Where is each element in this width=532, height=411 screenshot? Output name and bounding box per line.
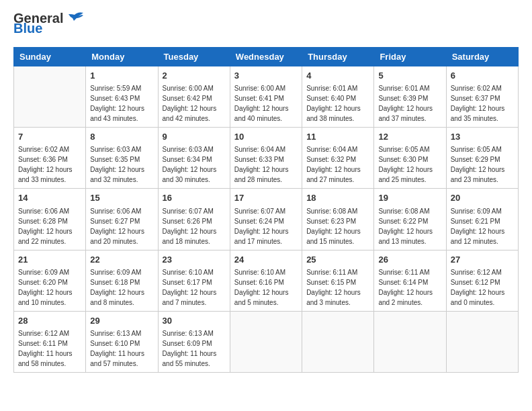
day-number: 28 <box>18 315 81 327</box>
day-info: Sunrise: 6:07 AM Sunset: 6:24 PM Dayligh… <box>234 206 298 246</box>
day-info: Sunrise: 6:04 AM Sunset: 6:32 PM Dayligh… <box>306 144 369 185</box>
day-number: 7 <box>18 131 81 143</box>
day-number: 21 <box>18 254 81 266</box>
calendar-cell: 21Sunrise: 6:09 AM Sunset: 6:20 PM Dayli… <box>14 250 86 311</box>
day-number: 9 <box>163 131 226 143</box>
calendar-cell: 9Sunrise: 6:03 AM Sunset: 6:34 PM Daylig… <box>158 128 230 189</box>
calendar-header-row: SundayMondayTuesdayWednesdayThursdayFrid… <box>14 48 519 66</box>
day-info: Sunrise: 6:13 AM Sunset: 6:10 PM Dayligh… <box>90 328 153 369</box>
calendar-cell: 26Sunrise: 6:11 AM Sunset: 6:14 PM Dayli… <box>374 250 446 311</box>
calendar-day-header: Saturday <box>446 48 518 66</box>
day-info: Sunrise: 6:09 AM Sunset: 6:20 PM Dayligh… <box>18 267 81 308</box>
calendar-cell: 28Sunrise: 6:12 AM Sunset: 6:11 PM Dayli… <box>14 311 86 372</box>
logo-blue: Blue <box>13 21 42 36</box>
calendar-cell: 13Sunrise: 6:05 AM Sunset: 6:29 PM Dayli… <box>446 128 518 189</box>
day-number: 12 <box>378 131 441 143</box>
day-info: Sunrise: 6:06 AM Sunset: 6:28 PM Dayligh… <box>18 206 81 246</box>
day-number: 30 <box>163 315 226 327</box>
day-info: Sunrise: 6:03 AM Sunset: 6:35 PM Dayligh… <box>90 144 153 185</box>
day-number: 22 <box>90 254 153 266</box>
day-info: Sunrise: 6:06 AM Sunset: 6:27 PM Dayligh… <box>90 206 153 246</box>
day-number: 3 <box>234 70 298 82</box>
page-header: General Blue General Blue <box>13 13 519 36</box>
day-info: Sunrise: 6:12 AM Sunset: 6:11 PM Dayligh… <box>18 328 81 369</box>
day-info: Sunrise: 6:08 AM Sunset: 6:22 PM Dayligh… <box>378 206 441 246</box>
day-number: 1 <box>90 70 153 82</box>
calendar-cell: 27Sunrise: 6:12 AM Sunset: 6:12 PM Dayli… <box>446 250 518 311</box>
day-info: Sunrise: 6:01 AM Sunset: 6:39 PM Dayligh… <box>378 83 441 124</box>
calendar-cell: 16Sunrise: 6:07 AM Sunset: 6:26 PM Dayli… <box>158 189 230 250</box>
calendar-cell: 7Sunrise: 6:02 AM Sunset: 6:36 PM Daylig… <box>14 128 86 189</box>
day-number: 5 <box>378 70 441 82</box>
day-info: Sunrise: 6:07 AM Sunset: 6:26 PM Dayligh… <box>163 206 226 246</box>
day-info: Sunrise: 6:04 AM Sunset: 6:33 PM Dayligh… <box>234 144 298 185</box>
calendar-week-row: 1Sunrise: 5:59 AM Sunset: 6:43 PM Daylig… <box>14 66 519 128</box>
day-info: Sunrise: 6:09 AM Sunset: 6:18 PM Dayligh… <box>90 267 153 308</box>
day-number: 26 <box>378 254 441 266</box>
calendar-cell: 3Sunrise: 6:00 AM Sunset: 6:41 PM Daylig… <box>230 66 302 128</box>
day-number: 14 <box>18 192 81 204</box>
day-info: Sunrise: 6:10 AM Sunset: 6:16 PM Dayligh… <box>234 267 298 308</box>
day-number: 24 <box>234 254 298 266</box>
calendar-cell: 20Sunrise: 6:09 AM Sunset: 6:21 PM Dayli… <box>446 189 518 250</box>
day-number: 13 <box>451 131 514 143</box>
calendar-day-header: Tuesday <box>158 48 230 66</box>
day-number: 29 <box>90 315 153 327</box>
day-number: 4 <box>306 70 369 82</box>
calendar-cell: 18Sunrise: 6:08 AM Sunset: 6:23 PM Dayli… <box>302 189 374 250</box>
day-info: Sunrise: 6:02 AM Sunset: 6:36 PM Dayligh… <box>18 144 81 185</box>
calendar-cell: 1Sunrise: 5:59 AM Sunset: 6:43 PM Daylig… <box>86 66 158 128</box>
day-info: Sunrise: 6:11 AM Sunset: 6:14 PM Dayligh… <box>378 267 441 308</box>
calendar-cell <box>230 311 302 372</box>
day-info: Sunrise: 6:02 AM Sunset: 6:37 PM Dayligh… <box>451 83 514 124</box>
day-number: 19 <box>378 192 441 204</box>
day-info: Sunrise: 6:10 AM Sunset: 6:17 PM Dayligh… <box>163 267 226 308</box>
calendar-cell: 17Sunrise: 6:07 AM Sunset: 6:24 PM Dayli… <box>230 189 302 250</box>
day-number: 2 <box>163 70 226 82</box>
day-number: 8 <box>90 131 153 143</box>
day-info: Sunrise: 6:00 AM Sunset: 6:41 PM Dayligh… <box>234 83 298 124</box>
calendar-week-row: 14Sunrise: 6:06 AM Sunset: 6:28 PM Dayli… <box>14 189 519 250</box>
day-number: 11 <box>306 131 369 143</box>
calendar-cell: 8Sunrise: 6:03 AM Sunset: 6:35 PM Daylig… <box>86 128 158 189</box>
calendar-day-header: Monday <box>86 48 158 66</box>
calendar-week-row: 28Sunrise: 6:12 AM Sunset: 6:11 PM Dayli… <box>14 311 519 372</box>
calendar-cell: 30Sunrise: 6:13 AM Sunset: 6:09 PM Dayli… <box>158 311 230 372</box>
day-number: 20 <box>451 192 514 204</box>
day-number: 25 <box>306 254 369 266</box>
day-info: Sunrise: 6:05 AM Sunset: 6:29 PM Dayligh… <box>451 144 514 185</box>
day-info: Sunrise: 6:13 AM Sunset: 6:09 PM Dayligh… <box>163 328 226 369</box>
day-number: 23 <box>163 254 226 266</box>
calendar-cell: 25Sunrise: 6:11 AM Sunset: 6:15 PM Dayli… <box>302 250 374 311</box>
calendar-cell: 24Sunrise: 6:10 AM Sunset: 6:16 PM Dayli… <box>230 250 302 311</box>
calendar-week-row: 7Sunrise: 6:02 AM Sunset: 6:36 PM Daylig… <box>14 128 519 189</box>
day-info: Sunrise: 6:03 AM Sunset: 6:34 PM Dayligh… <box>163 144 226 185</box>
day-info: Sunrise: 6:09 AM Sunset: 6:21 PM Dayligh… <box>451 206 514 246</box>
calendar-cell: 29Sunrise: 6:13 AM Sunset: 6:10 PM Dayli… <box>86 311 158 372</box>
logo-bird-icon <box>64 11 85 26</box>
day-info: Sunrise: 5:59 AM Sunset: 6:43 PM Dayligh… <box>90 83 153 124</box>
calendar-day-header: Wednesday <box>230 48 302 66</box>
calendar-cell: 14Sunrise: 6:06 AM Sunset: 6:28 PM Dayli… <box>14 189 86 250</box>
logo: General Blue General Blue <box>13 13 85 36</box>
day-number: 17 <box>234 192 298 204</box>
calendar-cell: 23Sunrise: 6:10 AM Sunset: 6:17 PM Dayli… <box>158 250 230 311</box>
calendar-cell: 12Sunrise: 6:05 AM Sunset: 6:30 PM Dayli… <box>374 128 446 189</box>
calendar-cell: 11Sunrise: 6:04 AM Sunset: 6:32 PM Dayli… <box>302 128 374 189</box>
day-number: 16 <box>163 192 226 204</box>
calendar-cell <box>374 311 446 372</box>
day-info: Sunrise: 6:08 AM Sunset: 6:23 PM Dayligh… <box>306 206 369 246</box>
day-info: Sunrise: 6:05 AM Sunset: 6:30 PM Dayligh… <box>378 144 441 185</box>
calendar-week-row: 21Sunrise: 6:09 AM Sunset: 6:20 PM Dayli… <box>14 250 519 311</box>
day-info: Sunrise: 6:00 AM Sunset: 6:42 PM Dayligh… <box>163 83 226 124</box>
calendar-cell: 22Sunrise: 6:09 AM Sunset: 6:18 PM Dayli… <box>86 250 158 311</box>
day-number: 6 <box>451 70 514 82</box>
calendar-cell: 4Sunrise: 6:01 AM Sunset: 6:40 PM Daylig… <box>302 66 374 128</box>
day-info: Sunrise: 6:12 AM Sunset: 6:12 PM Dayligh… <box>451 267 514 308</box>
day-info: Sunrise: 6:01 AM Sunset: 6:40 PM Dayligh… <box>306 83 369 124</box>
calendar-cell <box>446 311 518 372</box>
day-number: 27 <box>451 254 514 266</box>
calendar-cell: 2Sunrise: 6:00 AM Sunset: 6:42 PM Daylig… <box>158 66 230 128</box>
day-number: 15 <box>90 192 153 204</box>
calendar-cell <box>302 311 374 372</box>
